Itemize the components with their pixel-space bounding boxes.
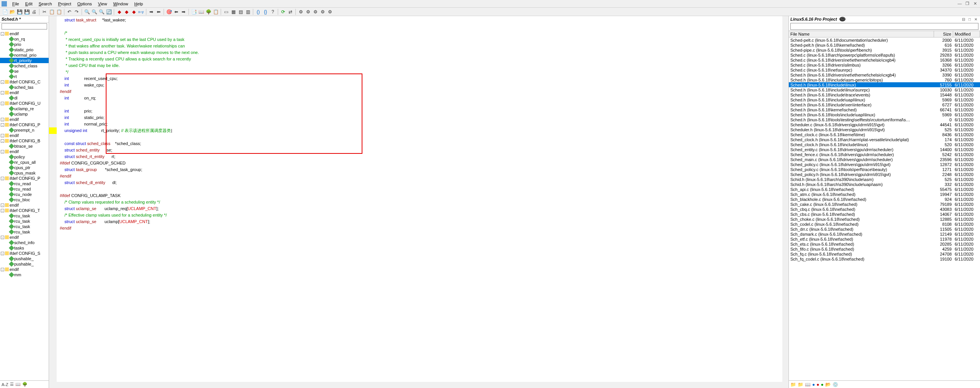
tree-item[interactable]: -ifdef CONFIG_S — [0, 251, 49, 256]
tree-item[interactable]: rcu_bloc — [0, 197, 49, 202]
file-filter-input[interactable] — [790, 23, 978, 30]
undo-icon[interactable]: ↶ — [66, 8, 73, 15]
file-row[interactable]: Sched.h (linux-5.6.18\tools\testing\self… — [789, 117, 980, 122]
file-row[interactable]: Sched.c (linux-5.6.18\drivers\net\ethern… — [789, 57, 980, 62]
panel-max-icon[interactable]: □ — [967, 17, 972, 21]
file-row[interactable]: Sched_policy.c (linux-5.6.18\tools\perf\… — [789, 167, 980, 172]
code-content[interactable]: struct task_struct *last_wakee; /* * rec… — [49, 16, 788, 231]
footer-open-icon[interactable]: 📂 — [825, 382, 831, 387]
file-row[interactable]: Sched.h (linux-5.6.18\include\asm-generi… — [789, 77, 980, 82]
menu-project[interactable]: Project — [55, 1, 74, 7]
tree-item[interactable]: dl — [0, 95, 49, 101]
tree-item[interactable]: -endif — [0, 31, 49, 36]
tree-item[interactable]: prio — [0, 42, 49, 47]
tree-item[interactable]: -ifdef CONFIG_P — [0, 122, 49, 127]
forward-icon[interactable]: ➡ — [180, 8, 187, 15]
file-row[interactable]: Schid.h (linux-5.6.18\arch\s390\include\… — [789, 177, 980, 182]
tree-item[interactable]: pushable_ — [0, 261, 49, 267]
file-row[interactable]: Sched_clock.h (linux-5.6.18\include\linu… — [789, 142, 980, 147]
find-next-icon[interactable]: 🔍 — [91, 8, 98, 15]
refresh-icon[interactable]: ⟳ — [280, 8, 287, 15]
file-row[interactable]: Sched.c (linux-5.6.18\arch\powerpc\platf… — [789, 52, 980, 57]
tool2-icon[interactable]: ⚙ — [305, 8, 311, 15]
tree-item[interactable]: -ifdef CONFIG_U — [0, 101, 49, 106]
file-row[interactable]: Sch_drr.c (linux-5.6.18\net\sched)115056… — [789, 227, 980, 231]
col-size[interactable]: Size — [934, 31, 953, 37]
tree-item[interactable]: rcu_task — [0, 229, 49, 235]
tree-item[interactable]: rt — [0, 74, 49, 79]
tile-icon[interactable]: ▦ — [230, 8, 237, 15]
footer-disc-icon[interactable]: 💿 — [833, 382, 838, 387]
file-row[interactable]: Sch_cbs.c (linux-5.6.18\net\sched)140676… — [789, 212, 980, 217]
tree-item[interactable]: -endif — [0, 149, 49, 154]
tree-item[interactable]: preempt_n — [0, 127, 49, 133]
print-icon[interactable]: 🖨 — [31, 8, 38, 15]
tool1-icon[interactable]: ⚙ — [297, 8, 304, 15]
tree-item[interactable]: cpus_ptr — [0, 165, 49, 170]
file-row[interactable]: Sched_clock.c (linux-5.6.18\kernel\time)… — [789, 132, 980, 137]
file-row[interactable]: Sch_choke.c (linux-5.6.18\net\sched)1288… — [789, 217, 980, 222]
tree-item[interactable]: -ifdef CONFIG_P — [0, 176, 49, 181]
menu-file[interactable]: File — [9, 1, 22, 7]
tree-item[interactable]: -endif — [0, 202, 49, 208]
file-row[interactable]: Sch_atm.c (linux-5.6.18\net\sched)199476… — [789, 192, 980, 197]
col-modified[interactable]: Modified — [953, 31, 980, 37]
paren-icon[interactable]: () — [255, 8, 262, 15]
indent-icon[interactable]: ➡ — [148, 8, 155, 15]
file-row[interactable]: Sched.h (linux-5.6.18\tools\include\uapi… — [789, 112, 980, 117]
bookmark-next-icon[interactable]: ◆ — [123, 8, 130, 15]
tree-item[interactable]: nr_cpus_all — [0, 160, 49, 165]
file-row[interactable]: Sched.h (linux-5.6.18\kernel\sched)66741… — [789, 107, 980, 112]
open-icon[interactable]: 📂 — [9, 8, 16, 15]
tree-icon[interactable]: 🌳 — [22, 382, 28, 387]
book-icon[interactable]: 📖 — [15, 382, 21, 387]
file-row[interactable]: Sched-pelt.c (linux-5.6.18\documentation… — [789, 37, 980, 42]
code-editor[interactable]: struct task_struct *last_wakee; /* * rec… — [49, 16, 788, 388]
tool4-icon[interactable]: ⚙ — [319, 8, 326, 15]
tree-item[interactable]: rcu_task — [0, 224, 49, 229]
tool5-icon[interactable]: ⚙ — [326, 8, 333, 15]
symbol-tree[interactable]: -endifon_rqpriostatic_prionormal_priort_… — [0, 30, 49, 380]
back-icon[interactable]: ⬅ — [173, 8, 180, 15]
find-icon[interactable]: 🔍 — [84, 8, 90, 15]
file-list[interactable]: Sched-pelt.c (linux-5.6.18\documentation… — [789, 37, 980, 380]
tree-icon[interactable]: 🌳 — [205, 8, 212, 15]
file-row[interactable]: Sch_codel.c (linux-5.6.18\net\sched)8108… — [789, 222, 980, 227]
tree-item[interactable]: rcu_node — [0, 192, 49, 197]
file-row[interactable]: Scheduler.c (linux-5.6.18\drivers\gpu\dr… — [789, 122, 980, 127]
outdent-icon[interactable]: ⬅ — [155, 8, 162, 15]
tree-item[interactable]: -endif — [0, 235, 49, 240]
footer-view2-icon[interactable]: ● — [816, 382, 819, 387]
tree-item[interactable]: normal_prio — [0, 52, 49, 58]
file-row[interactable]: Sch_etf.c (linux-5.6.18\net\sched)119786… — [789, 236, 980, 241]
tree-item[interactable]: rt_priority — [0, 58, 49, 63]
sort-az-icon[interactable]: A-Z — [2, 382, 8, 387]
new-icon[interactable]: 📄 — [2, 8, 8, 15]
file-row[interactable]: Sch_blackhole.c (linux-5.6.18\net\sched)… — [789, 197, 980, 202]
tree-item[interactable]: policy — [0, 154, 49, 160]
book-icon[interactable]: 📖 — [198, 8, 205, 15]
file-row[interactable]: Sched-pelt.h (linux-5.6.18\kernel\sched)… — [789, 42, 980, 47]
tree-item[interactable]: rcu_task — [0, 218, 49, 224]
menu-view[interactable]: View — [95, 1, 110, 7]
tree-item[interactable]: pushable_ — [0, 256, 49, 261]
redo-icon[interactable]: ↷ — [73, 8, 80, 15]
footer-add-icon[interactable]: 📁 — [790, 382, 796, 387]
panel-min-icon[interactable]: ⊟ — [961, 17, 966, 21]
symbol-filter-input[interactable] — [2, 23, 47, 29]
split-icon[interactable]: ▥ — [244, 8, 251, 15]
tree-item[interactable]: btrace_se — [0, 143, 49, 149]
menu-window[interactable]: Window — [110, 1, 131, 7]
file-row[interactable]: Sched.h (linux-5.6.18\include\linux)5715… — [789, 82, 980, 87]
file-row[interactable]: Sch_ets.c (linux-5.6.18\net\sched)202856… — [789, 241, 980, 246]
minimize-button[interactable]: — — [956, 1, 963, 6]
list-icon[interactable]: 📋 — [212, 8, 219, 15]
tree-item[interactable]: -endif — [0, 117, 49, 122]
col-filename[interactable]: File Name — [789, 31, 934, 37]
close-button[interactable]: ✕ — [972, 1, 978, 6]
tree-item[interactable]: -endif — [0, 90, 49, 95]
file-row[interactable]: Sched_clock.h (linux-5.6.18\arch\arm\pla… — [789, 137, 980, 142]
footer-view1-icon[interactable]: ● — [812, 382, 815, 387]
tree-item[interactable]: static_prio — [0, 47, 49, 52]
file-row[interactable]: Schid.h (linux-5.6.18\arch\s390\include\… — [789, 182, 980, 187]
